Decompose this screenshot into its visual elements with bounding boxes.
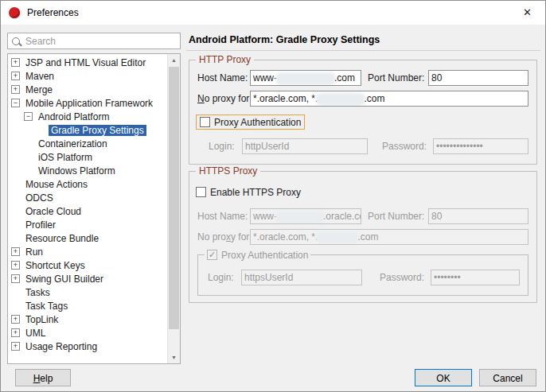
indent-spacer: [24, 139, 33, 148]
https-proxy-auth-label: Proxy Authentication: [221, 250, 308, 261]
tree-item-label: Profiler: [23, 219, 58, 231]
cancel-button[interactable]: Cancel: [479, 369, 536, 386]
tree-item-label: JSP and HTML Visual Editor: [23, 57, 148, 68]
tree-item[interactable]: Mouse Actions: [8, 177, 167, 191]
tree-item-label: Containerization: [36, 138, 110, 149]
https-host-value-post: .oracle.com: [323, 211, 361, 222]
https-host-label: Host Name:: [197, 208, 248, 224]
tree-item[interactable]: ODCS: [8, 191, 167, 204]
tree-item-label: Merge: [23, 84, 55, 95]
tree-item-label: iOS Platform: [36, 152, 95, 163]
expand-icon[interactable]: +: [11, 274, 20, 283]
tree-item[interactable]: +Run: [8, 245, 167, 258]
tree-item[interactable]: +JSP and HTML Visual Editor: [8, 56, 167, 69]
http-proxy-auth-checkbox-row[interactable]: Proxy Authentication: [196, 114, 305, 130]
http-host-label: Host Name:: [197, 70, 248, 86]
tree-item[interactable]: Gradle Proxy Settings: [8, 123, 167, 137]
tree-item[interactable]: +Shortcut Keys: [8, 258, 167, 272]
http-port-input[interactable]: 80: [428, 70, 528, 86]
http-proxy-group: HTTP Proxy Host Name: www-.com Port Numb…: [189, 60, 537, 165]
http-password-value: ••••••••••••••: [436, 141, 483, 152]
tree-item[interactable]: Oracle Cloud: [8, 204, 167, 218]
http-password-label: Password:: [382, 138, 427, 154]
page-title: Android Platform: Gradle Proxy Settings: [189, 34, 380, 45]
https-password-input: ••••••••: [431, 270, 520, 285]
tree-item[interactable]: +Swing GUI Builder: [8, 272, 167, 285]
tree-item-label: Swing GUI Builder: [23, 274, 106, 285]
ok-button[interactable]: OK: [415, 369, 472, 386]
search-box[interactable]: [7, 33, 181, 49]
tree-scrollbar[interactable]: [167, 54, 180, 363]
tree-item[interactable]: Containerization: [8, 137, 167, 150]
tree-item[interactable]: iOS Platform: [8, 150, 167, 164]
tree-item[interactable]: +Maven: [8, 69, 167, 83]
enable-https-proxy-label: Enable HTTPS Proxy: [210, 187, 301, 198]
expand-icon[interactable]: +: [11, 261, 20, 270]
http-login-input: httpUserId: [242, 138, 368, 154]
preferences-dialog: Preferences +JSP and HTML Visual Editor+…: [0, 0, 546, 392]
window-title: Preferences: [27, 7, 79, 18]
https-password-value: ••••••••: [434, 272, 461, 283]
tree-item-label: Windows Platform: [36, 165, 118, 177]
https-host-input: www-.oracle.com: [250, 208, 361, 224]
indent-spacer: [24, 153, 33, 161]
expand-icon[interactable]: +: [11, 58, 20, 67]
http-host-input[interactable]: www-.com: [250, 70, 361, 86]
expand-icon[interactable]: +: [11, 72, 20, 80]
redacted-text: [318, 234, 357, 242]
expand-icon[interactable]: +: [11, 85, 20, 94]
scroll-up-icon[interactable]: [168, 54, 180, 66]
enable-https-proxy-checkbox[interactable]: [196, 187, 206, 197]
scrollbar-thumb[interactable]: [169, 67, 179, 329]
tree-item[interactable]: Task Tags: [8, 299, 167, 312]
tree-item-label: Gradle Proxy Settings: [49, 125, 146, 136]
indent-spacer: [11, 220, 20, 229]
http-noproxy-input[interactable]: *.oracle.com, *..com: [250, 91, 528, 107]
tree-item-label: Task Tags: [23, 301, 70, 312]
enable-https-proxy-checkbox-row[interactable]: Enable HTTPS Proxy: [196, 184, 301, 200]
tree-item[interactable]: −Mobile Application Framework: [8, 96, 167, 110]
tree-item-label: ODCS: [23, 192, 56, 204]
https-port-input: 80: [428, 208, 528, 224]
tree-item[interactable]: −Android Platform: [8, 110, 167, 123]
http-proxy-group-title: HTTP Proxy: [196, 54, 254, 65]
help-button[interactable]: Help: [15, 369, 71, 386]
search-input[interactable]: [24, 35, 176, 48]
https-proxy-group-title: HTTPS Proxy: [196, 165, 260, 177]
tree-item-label: TopLink: [23, 314, 60, 325]
expand-icon[interactable]: +: [11, 315, 20, 324]
tree-item[interactable]: +Usage Reporting: [8, 340, 167, 353]
http-proxy-auth-checkbox[interactable]: [200, 117, 210, 127]
preferences-tree: +JSP and HTML Visual Editor+Maven+Merge−…: [7, 53, 181, 364]
expand-icon[interactable]: +: [11, 342, 20, 351]
tree-item-label: Mouse Actions: [23, 179, 90, 190]
http-host-value-post: .com: [334, 72, 355, 83]
scroll-down-icon[interactable]: [168, 351, 180, 363]
collapse-icon[interactable]: −: [24, 112, 33, 121]
tree-item[interactable]: Resource Bundle: [8, 231, 167, 245]
tree-item[interactable]: +UML: [8, 326, 167, 340]
tree-item[interactable]: Profiler: [8, 218, 167, 231]
redacted-text: [278, 75, 333, 83]
tree-item[interactable]: +TopLink: [8, 312, 167, 326]
tree-item-label: Usage Reporting: [23, 341, 99, 352]
indent-spacer: [37, 126, 45, 134]
tree-item-label: Run: [23, 246, 45, 258]
collapse-icon[interactable]: −: [11, 99, 20, 107]
tree-item[interactable]: +Merge: [8, 83, 167, 96]
redacted-text: [318, 95, 363, 103]
tree-item[interactable]: Windows Platform: [8, 164, 167, 177]
http-noproxy-label: No proxy for:: [197, 91, 252, 107]
expand-icon[interactable]: +: [11, 328, 20, 337]
http-login-label: Login:: [209, 138, 235, 154]
tree-item-label: Oracle Cloud: [23, 206, 84, 217]
https-password-label: Password:: [380, 270, 424, 285]
tree-item[interactable]: Tasks: [8, 285, 167, 299]
expand-icon[interactable]: +: [11, 247, 20, 256]
close-icon[interactable]: [509, 1, 545, 25]
redacted-text: [278, 213, 322, 221]
indent-spacer: [11, 193, 20, 202]
https-login-label: Login:: [208, 270, 234, 285]
https-login-input: httpsUserId: [241, 270, 362, 285]
http-port-value: 80: [431, 72, 442, 83]
